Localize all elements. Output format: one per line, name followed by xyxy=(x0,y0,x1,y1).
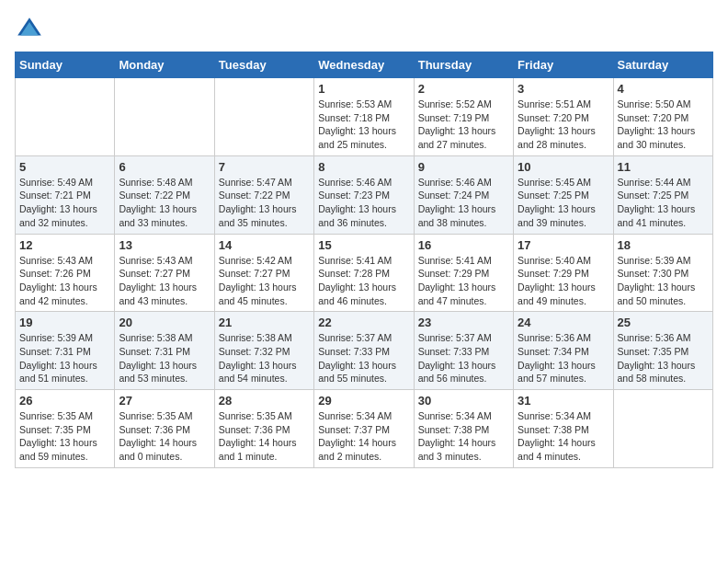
day-info: Sunrise: 5:45 AM Sunset: 7:25 PM Dayligh… xyxy=(518,176,609,230)
day-number: 13 xyxy=(119,238,210,252)
day-number: 31 xyxy=(518,394,609,408)
day-info: Sunrise: 5:39 AM Sunset: 7:31 PM Dayligh… xyxy=(19,331,110,385)
calendar-cell: 26Sunrise: 5:35 AM Sunset: 7:35 PM Dayli… xyxy=(16,390,115,468)
calendar-cell: 28Sunrise: 5:35 AM Sunset: 7:36 PM Dayli… xyxy=(214,390,313,468)
week-row-4: 19Sunrise: 5:39 AM Sunset: 7:31 PM Dayli… xyxy=(16,312,713,390)
calendar-cell: 27Sunrise: 5:35 AM Sunset: 7:36 PM Dayli… xyxy=(115,390,214,468)
day-number: 1 xyxy=(318,82,409,96)
day-number: 21 xyxy=(219,316,310,329)
day-number: 22 xyxy=(318,316,409,329)
day-header-monday: Monday xyxy=(115,52,214,78)
calendar-cell xyxy=(115,78,214,156)
calendar-cell: 23Sunrise: 5:37 AM Sunset: 7:33 PM Dayli… xyxy=(414,312,513,390)
day-number: 30 xyxy=(418,394,509,408)
day-info: Sunrise: 5:40 AM Sunset: 7:29 PM Dayligh… xyxy=(518,254,609,308)
day-number: 23 xyxy=(418,316,509,329)
calendar-cell: 5Sunrise: 5:49 AM Sunset: 7:21 PM Daylig… xyxy=(16,155,115,234)
calendar-table: SundayMondayTuesdayWednesdayThursdayFrid… xyxy=(15,52,713,468)
calendar-cell: 25Sunrise: 5:36 AM Sunset: 7:35 PM Dayli… xyxy=(613,312,712,390)
day-number: 10 xyxy=(518,160,609,174)
calendar-cell xyxy=(214,78,313,156)
calendar-cell: 11Sunrise: 5:44 AM Sunset: 7:25 PM Dayli… xyxy=(613,155,712,234)
day-number: 7 xyxy=(219,160,310,174)
day-number: 17 xyxy=(518,238,609,252)
day-number: 28 xyxy=(219,394,310,408)
calendar-cell: 20Sunrise: 5:38 AM Sunset: 7:31 PM Dayli… xyxy=(115,312,214,390)
day-number: 14 xyxy=(219,238,310,252)
day-info: Sunrise: 5:35 AM Sunset: 7:36 PM Dayligh… xyxy=(119,409,210,464)
calendar-cell: 12Sunrise: 5:43 AM Sunset: 7:26 PM Dayli… xyxy=(16,234,115,312)
calendar-cell: 22Sunrise: 5:37 AM Sunset: 7:33 PM Dayli… xyxy=(314,312,414,390)
calendar-cell: 3Sunrise: 5:51 AM Sunset: 7:20 PM Daylig… xyxy=(514,78,613,156)
day-number: 16 xyxy=(418,238,509,252)
day-number: 9 xyxy=(418,160,509,174)
day-header-saturday: Saturday xyxy=(613,52,712,78)
day-info: Sunrise: 5:47 AM Sunset: 7:22 PM Dayligh… xyxy=(219,176,310,230)
week-row-1: 1Sunrise: 5:53 AM Sunset: 7:18 PM Daylig… xyxy=(16,78,713,156)
day-info: Sunrise: 5:35 AM Sunset: 7:36 PM Dayligh… xyxy=(219,409,310,464)
day-number: 15 xyxy=(318,238,409,252)
calendar-header-row: SundayMondayTuesdayWednesdayThursdayFrid… xyxy=(16,52,713,78)
day-number: 18 xyxy=(618,238,709,252)
calendar-cell: 9Sunrise: 5:46 AM Sunset: 7:24 PM Daylig… xyxy=(414,155,513,234)
calendar-cell: 15Sunrise: 5:41 AM Sunset: 7:28 PM Dayli… xyxy=(314,234,414,312)
calendar-cell: 7Sunrise: 5:47 AM Sunset: 7:22 PM Daylig… xyxy=(214,155,313,234)
calendar-cell: 10Sunrise: 5:45 AM Sunset: 7:25 PM Dayli… xyxy=(514,155,613,234)
calendar-cell: 17Sunrise: 5:40 AM Sunset: 7:29 PM Dayli… xyxy=(514,234,613,312)
day-number: 6 xyxy=(119,160,210,174)
calendar-cell: 18Sunrise: 5:39 AM Sunset: 7:30 PM Dayli… xyxy=(613,234,712,312)
day-number: 12 xyxy=(19,238,110,252)
page-header xyxy=(15,15,713,44)
day-info: Sunrise: 5:36 AM Sunset: 7:34 PM Dayligh… xyxy=(518,331,609,385)
calendar-cell: 19Sunrise: 5:39 AM Sunset: 7:31 PM Dayli… xyxy=(16,312,115,390)
day-info: Sunrise: 5:46 AM Sunset: 7:23 PM Dayligh… xyxy=(318,176,409,230)
day-number: 19 xyxy=(19,316,110,329)
day-info: Sunrise: 5:38 AM Sunset: 7:31 PM Dayligh… xyxy=(119,331,210,385)
calendar-cell: 29Sunrise: 5:34 AM Sunset: 7:37 PM Dayli… xyxy=(314,390,414,468)
day-info: Sunrise: 5:34 AM Sunset: 7:38 PM Dayligh… xyxy=(418,409,509,464)
day-info: Sunrise: 5:46 AM Sunset: 7:24 PM Dayligh… xyxy=(418,176,509,230)
day-info: Sunrise: 5:41 AM Sunset: 7:29 PM Dayligh… xyxy=(418,254,509,308)
calendar-cell: 31Sunrise: 5:34 AM Sunset: 7:38 PM Dayli… xyxy=(514,390,613,468)
calendar-cell: 1Sunrise: 5:53 AM Sunset: 7:18 PM Daylig… xyxy=(314,78,414,156)
day-number: 8 xyxy=(318,160,409,174)
day-info: Sunrise: 5:37 AM Sunset: 7:33 PM Dayligh… xyxy=(318,331,409,385)
day-number: 3 xyxy=(518,82,609,96)
day-info: Sunrise: 5:51 AM Sunset: 7:20 PM Dayligh… xyxy=(518,98,609,152)
week-row-5: 26Sunrise: 5:35 AM Sunset: 7:35 PM Dayli… xyxy=(16,390,713,468)
week-row-2: 5Sunrise: 5:49 AM Sunset: 7:21 PM Daylig… xyxy=(16,155,713,234)
day-number: 11 xyxy=(618,160,709,174)
calendar-cell: 14Sunrise: 5:42 AM Sunset: 7:27 PM Dayli… xyxy=(214,234,313,312)
day-info: Sunrise: 5:49 AM Sunset: 7:21 PM Dayligh… xyxy=(19,176,110,230)
calendar-cell: 13Sunrise: 5:43 AM Sunset: 7:27 PM Dayli… xyxy=(115,234,214,312)
calendar-cell: 24Sunrise: 5:36 AM Sunset: 7:34 PM Dayli… xyxy=(514,312,613,390)
day-number: 29 xyxy=(318,394,409,408)
day-header-friday: Friday xyxy=(514,52,613,78)
day-header-tuesday: Tuesday xyxy=(214,52,313,78)
day-number: 25 xyxy=(618,316,709,329)
day-info: Sunrise: 5:42 AM Sunset: 7:27 PM Dayligh… xyxy=(219,254,310,308)
day-info: Sunrise: 5:44 AM Sunset: 7:25 PM Dayligh… xyxy=(618,176,709,230)
logo xyxy=(15,15,48,44)
day-info: Sunrise: 5:52 AM Sunset: 7:19 PM Dayligh… xyxy=(418,98,509,152)
day-info: Sunrise: 5:41 AM Sunset: 7:28 PM Dayligh… xyxy=(318,254,409,308)
day-info: Sunrise: 5:37 AM Sunset: 7:33 PM Dayligh… xyxy=(418,331,509,385)
day-number: 27 xyxy=(119,394,210,408)
calendar-cell: 30Sunrise: 5:34 AM Sunset: 7:38 PM Dayli… xyxy=(414,390,513,468)
day-info: Sunrise: 5:50 AM Sunset: 7:20 PM Dayligh… xyxy=(618,98,709,152)
day-info: Sunrise: 5:36 AM Sunset: 7:35 PM Dayligh… xyxy=(618,331,709,385)
day-info: Sunrise: 5:35 AM Sunset: 7:35 PM Dayligh… xyxy=(19,409,110,464)
calendar-cell: 16Sunrise: 5:41 AM Sunset: 7:29 PM Dayli… xyxy=(414,234,513,312)
logo-icon xyxy=(15,15,44,44)
day-header-wednesday: Wednesday xyxy=(314,52,414,78)
day-info: Sunrise: 5:38 AM Sunset: 7:32 PM Dayligh… xyxy=(219,331,310,385)
calendar-cell: 6Sunrise: 5:48 AM Sunset: 7:22 PM Daylig… xyxy=(115,155,214,234)
calendar-cell xyxy=(16,78,115,156)
day-info: Sunrise: 5:39 AM Sunset: 7:30 PM Dayligh… xyxy=(618,254,709,308)
calendar-cell: 8Sunrise: 5:46 AM Sunset: 7:23 PM Daylig… xyxy=(314,155,414,234)
calendar-cell: 21Sunrise: 5:38 AM Sunset: 7:32 PM Dayli… xyxy=(214,312,313,390)
week-row-3: 12Sunrise: 5:43 AM Sunset: 7:26 PM Dayli… xyxy=(16,234,713,312)
day-info: Sunrise: 5:34 AM Sunset: 7:37 PM Dayligh… xyxy=(318,409,409,464)
day-info: Sunrise: 5:53 AM Sunset: 7:18 PM Dayligh… xyxy=(318,98,409,152)
day-number: 2 xyxy=(418,82,509,96)
